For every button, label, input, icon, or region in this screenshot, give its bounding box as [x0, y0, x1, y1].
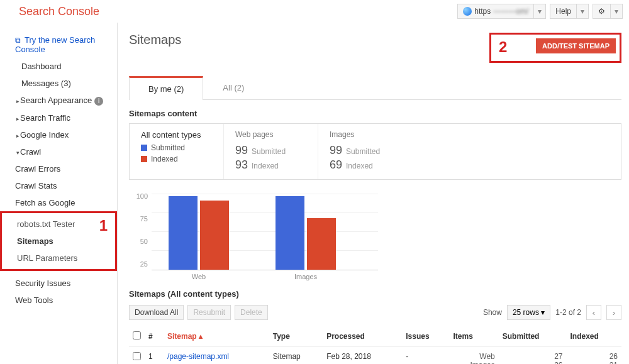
legend-submitted: Submitted: [141, 143, 212, 152]
help-button[interactable]: Help: [550, 4, 577, 19]
sitemap-link[interactable]: /page-sitemap.xml: [167, 352, 229, 361]
site-scheme: https: [474, 7, 491, 16]
sort-asc-icon: ▴: [199, 332, 203, 341]
help-caret[interactable]: ▾: [577, 4, 589, 19]
chart-x-labels: Web Images: [152, 273, 621, 280]
col-issues[interactable]: Issues: [402, 326, 449, 347]
square-red-icon: [141, 156, 147, 162]
sidebar-item-messages[interactable]: Messages (3): [0, 75, 117, 92]
download-all-button[interactable]: Download All: [129, 305, 184, 320]
row-processed: Feb 28, 2018: [323, 347, 402, 365]
tab-all[interactable]: All (2): [203, 76, 264, 100]
col-type[interactable]: Type: [269, 326, 323, 347]
bar-group: [271, 194, 340, 270]
tabs: By me (2) All (2): [129, 75, 621, 100]
sidebar-item-dashboard[interactable]: Dashboard: [0, 58, 117, 75]
rows-select[interactable]: 25 rows ▾: [507, 305, 550, 320]
show-label: Show: [483, 308, 502, 317]
sidebar-item-crawl-errors[interactable]: Crawl Errors: [0, 160, 117, 177]
row-issues: -: [402, 347, 449, 365]
row-indexed: 2621: [567, 347, 622, 365]
sidebar-item-google-index[interactable]: ▸Google Index: [0, 126, 117, 143]
row-items: WebImages: [450, 347, 499, 365]
sidebar-item-sitemaps[interactable]: Sitemaps: [2, 233, 115, 250]
settings-caret[interactable]: ▾: [611, 4, 623, 19]
try-new-console-link[interactable]: ⧉Try the new Search Console: [0, 31, 117, 58]
bar-submitted: [169, 196, 198, 270]
sidebar-item-crawl-stats[interactable]: Crawl Stats: [0, 177, 117, 194]
row-submitted: 2726: [499, 347, 567, 365]
col-indexed[interactable]: Indexed: [567, 326, 622, 347]
legend-indexed: Indexed: [141, 155, 212, 163]
webpages-box: Web pages 99Submitted 93Indexed: [224, 124, 318, 179]
sidebar-item-search-appearance[interactable]: ▸Search Appearancei: [0, 92, 117, 109]
bar-chart: 100 75 50 25: [129, 189, 621, 270]
pagination-range: 1-2 of 2: [555, 308, 581, 317]
site-domain-blur: ———om/: [493, 7, 528, 16]
col-items[interactable]: Items: [450, 326, 499, 347]
annotation-number-2: 2: [499, 38, 507, 56]
sidebar: ⧉Try the new Search Console Dashboard Me…: [0, 23, 117, 364]
row-index: 1: [145, 347, 164, 365]
sidebar-item-robots-txt[interactable]: robots.txt Tester: [2, 216, 115, 233]
chart-y-axis: 100 75 50 25: [129, 192, 152, 268]
sitemaps-table-title: Sitemaps (All content types): [129, 289, 621, 299]
sidebar-item-fetch-as-google[interactable]: Fetch as Google: [0, 194, 117, 211]
annotation-box-1: 1 robots.txt Tester Sitemaps URL Paramet…: [0, 211, 117, 271]
brand[interactable]: Search Console: [6, 5, 99, 18]
images-box: Images 99Submitted 69Indexed: [318, 124, 413, 179]
info-icon: i: [94, 97, 103, 106]
col-submitted[interactable]: Submitted: [499, 326, 567, 347]
content-summary: All content types Submitted Indexed Web …: [129, 123, 621, 180]
col-processed[interactable]: Processed: [323, 326, 402, 347]
annotation-box-2: 2 ADD/TEST SITEMAP: [489, 33, 621, 63]
next-page-button[interactable]: ›: [606, 305, 621, 320]
sidebar-item-security-issues[interactable]: Security Issues: [0, 275, 117, 292]
tab-by-me[interactable]: By me (2): [129, 76, 203, 100]
bar-submitted: [276, 196, 304, 270]
row-checkbox[interactable]: [133, 352, 141, 360]
select-all-checkbox[interactable]: [133, 331, 141, 339]
col-hash[interactable]: #: [145, 326, 164, 347]
site-selector-caret[interactable]: ▾: [534, 4, 546, 19]
chevron-down-icon: ▾: [541, 308, 545, 317]
page-title: Sitemaps: [129, 33, 181, 47]
legend-box: All content types Submitted Indexed: [130, 124, 224, 179]
sitemaps-table: # Sitemap ▴ Type Processed Issues Items …: [129, 326, 621, 364]
chart-plot: [152, 189, 378, 270]
square-blue-icon: [141, 145, 147, 151]
table-row: 1/page-sitemap.xmlSitemapFeb 28, 2018-We…: [129, 347, 621, 365]
sidebar-item-crawl[interactable]: ▾Crawl: [0, 143, 117, 160]
row-type: Sitemap: [269, 347, 323, 365]
main-content: Sitemaps 2 ADD/TEST SITEMAP By me (2) Al…: [117, 23, 629, 364]
site-selector[interactable]: https ———om/ ▾: [457, 4, 546, 19]
sidebar-item-url-parameters[interactable]: URL Parameters: [2, 250, 115, 267]
bar-indexed: [307, 218, 336, 270]
col-sitemap[interactable]: Sitemap ▴: [164, 326, 269, 347]
prev-page-button[interactable]: ‹: [586, 305, 601, 320]
resubmit-button[interactable]: Resubmit: [187, 305, 231, 320]
gear-icon: ⚙: [598, 7, 605, 16]
globe-icon: [463, 7, 472, 16]
sidebar-item-web-tools[interactable]: Web Tools: [0, 292, 117, 309]
external-link-icon: ⧉: [15, 36, 21, 45]
bar-group: [164, 194, 233, 270]
bar-indexed: [200, 201, 229, 270]
add-test-sitemap-button[interactable]: ADD/TEST SITEMAP: [536, 38, 616, 53]
delete-button[interactable]: Delete: [235, 305, 268, 320]
settings-button[interactable]: ⚙: [593, 4, 611, 19]
sitemaps-content-title: Sitemaps content: [129, 109, 621, 118]
sidebar-item-search-traffic[interactable]: ▸Search Traffic: [0, 109, 117, 126]
